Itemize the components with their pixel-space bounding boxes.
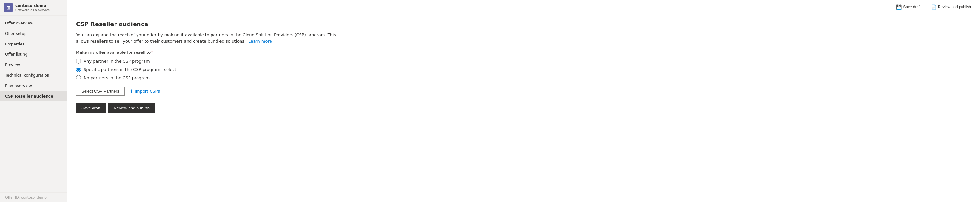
sidebar-footer: Offer ID: contoso_demo <box>0 193 67 202</box>
radio-no-partners[interactable]: No partners in the CSP program <box>76 75 345 80</box>
sidebar-header: ⊞ contoso_demo Software as a Service ≡ <box>0 0 67 16</box>
radio-any-partner-label[interactable]: Any partner in the CSP program <box>84 59 150 64</box>
page-content: CSP Reseller audience You can expand the… <box>67 14 354 119</box>
logo-icon: ⊞ <box>6 5 10 10</box>
description-text: You can expand the reach of your offer b… <box>76 32 336 44</box>
import-csps-link[interactable]: ↑ Import CSPs <box>130 89 160 93</box>
review-publish-bottom-button[interactable]: Review and publish <box>108 103 155 113</box>
review-publish-topbar-label: Review and publish <box>938 5 971 9</box>
sidebar-app-info: contoso_demo Software as a Service <box>15 3 50 12</box>
page-description: You can expand the reach of your offer b… <box>76 32 345 44</box>
sidebar-item-plan-overview[interactable]: Plan overview <box>0 81 67 91</box>
select-csp-partners-button[interactable]: Select CSP Partners <box>76 87 125 96</box>
sidebar-item-technical-configuration[interactable]: Technical configuration <box>0 70 67 81</box>
collapse-icon[interactable]: ≡ <box>59 5 63 11</box>
app-name: contoso_demo <box>15 3 50 9</box>
required-indicator: * <box>151 50 153 55</box>
field-label-text: Make my offer available for resell to <box>76 50 151 55</box>
bottom-actions: Save draft Review and publish <box>76 103 345 113</box>
learn-more-link[interactable]: Learn more <box>248 39 272 44</box>
sidebar: ⊞ contoso_demo Software as a Service ≡ O… <box>0 0 67 202</box>
sidebar-nav: Offer overview Offer setup Properties Of… <box>0 16 67 193</box>
radio-specific-partners-input[interactable] <box>76 67 81 72</box>
sidebar-item-offer-listing[interactable]: Offer listing <box>0 49 67 60</box>
app-logo: ⊞ <box>4 3 13 12</box>
review-publish-topbar-button[interactable]: 📄 Review and publish <box>928 3 974 11</box>
radio-no-partners-label[interactable]: No partners in the CSP program <box>84 76 150 80</box>
offer-id-label: Offer ID: contoso_demo <box>5 195 46 199</box>
save-draft-icon: 💾 <box>896 5 902 9</box>
topbar: 💾 Save draft 📄 Review and publish <box>67 0 980 14</box>
sidebar-item-offer-overview[interactable]: Offer overview <box>0 18 67 28</box>
radio-any-partner[interactable]: Any partner in the CSP program <box>76 58 345 64</box>
sidebar-item-preview[interactable]: Preview <box>0 60 67 70</box>
save-draft-topbar-label: Save draft <box>903 5 921 9</box>
radio-any-partner-input[interactable] <box>76 58 81 64</box>
resell-field-label: Make my offer available for resell to* <box>76 50 345 55</box>
page-title: CSP Reseller audience <box>76 21 345 27</box>
app-subtitle: Software as a Service <box>15 8 50 12</box>
review-publish-icon: 📄 <box>931 5 936 9</box>
csp-action-row: Select CSP Partners ↑ Import CSPs <box>76 87 345 96</box>
radio-no-partners-input[interactable] <box>76 75 81 80</box>
sidebar-item-properties[interactable]: Properties <box>0 39 67 50</box>
sidebar-item-csp-reseller-audience[interactable]: CSP Reseller audience <box>0 91 67 102</box>
main-content: 💾 Save draft 📄 Review and publish CSP Re… <box>67 0 980 202</box>
save-draft-bottom-button[interactable]: Save draft <box>76 103 106 113</box>
radio-specific-partners-label[interactable]: Specific partners in the CSP program I s… <box>84 67 177 72</box>
sidebar-item-offer-setup[interactable]: Offer setup <box>0 28 67 39</box>
save-draft-topbar-button[interactable]: 💾 Save draft <box>894 3 923 11</box>
resell-radio-group: Any partner in the CSP program Specific … <box>76 58 345 80</box>
radio-specific-partners[interactable]: Specific partners in the CSP program I s… <box>76 67 345 72</box>
